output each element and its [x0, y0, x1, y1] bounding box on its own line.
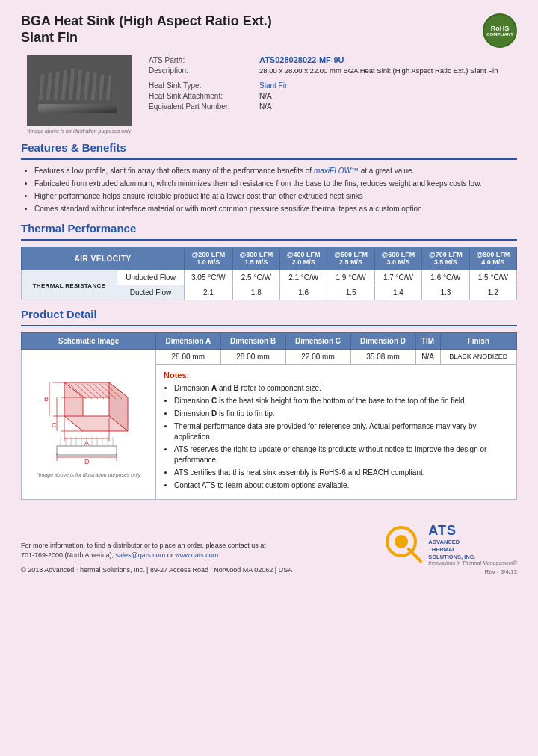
product-image-box: *Image above is for illustration purpose…: [21, 55, 137, 134]
dim-b-value: 28.00 mm: [220, 350, 285, 365]
footer-website[interactable]: www.qats.com: [175, 551, 218, 559]
title-line1: BGA Heat Sink (High Aspect Ratio Ext.): [21, 13, 272, 28]
finish-header: Finish: [440, 333, 516, 350]
attachment-value: N/A: [259, 92, 272, 100]
svg-rect-8: [90, 72, 97, 104]
footer-left: For more information, to find a distribu…: [21, 541, 292, 576]
dim-d-header: Dimension D: [350, 333, 415, 350]
svg-rect-7: [82, 71, 90, 104]
note-1: Dimension A and B refer to component siz…: [174, 383, 509, 394]
col-300: @300 LFM1.5 M/S: [232, 247, 279, 270]
schematic-caption: *Image above is for illustration purpose…: [28, 472, 149, 477]
svg-rect-35: [57, 446, 117, 455]
product-detail-header-row: Schematic Image Dimension A Dimension B …: [22, 333, 517, 350]
svg-rect-11: [38, 100, 117, 104]
unducted-200: 3.05 °C/W: [185, 270, 232, 285]
tim-header: TIM: [415, 333, 440, 350]
equiv-row: Equivalent Part Number: N/A: [149, 102, 517, 111]
note-7: Contact ATS to learn about custom option…: [174, 480, 509, 491]
heat-sink-illustration: [31, 59, 128, 123]
svg-text:B: B: [44, 395, 49, 403]
product-image-caption: *Image above is for illustration purpose…: [27, 128, 131, 134]
ducted-400: 1.6: [280, 285, 327, 300]
schematic-svg: A B C: [31, 371, 146, 468]
equiv-label: Equivalent Part Number:: [149, 102, 253, 111]
svg-text:C: C: [52, 421, 57, 429]
product-detail-data-row: A B C: [22, 350, 517, 365]
type-value: Slant Fin: [259, 81, 288, 90]
ats-q-svg: [385, 525, 424, 564]
thermal-resistance-label: THERMAL RESISTANCE: [22, 270, 117, 300]
feature-item-4: Comes standard without interface materia…: [34, 204, 517, 214]
footer-contact-text: For more information, to find a distribu…: [21, 541, 292, 561]
ducted-700: 1.3: [422, 285, 469, 300]
svg-rect-9: [97, 74, 104, 104]
ats-tagline: Innovations in Thermal Management®: [428, 560, 517, 566]
ducted-800: 1.2: [469, 285, 516, 300]
svg-point-52: [395, 535, 408, 548]
attachment-label: Heat Sink Attachment:: [149, 92, 253, 100]
page-footer: For more information, to find a distribu…: [21, 515, 517, 575]
unducted-800: 1.5 °C/W: [469, 270, 516, 285]
product-detail-section-title: Product Detail: [21, 308, 517, 320]
ducted-300: 1.8: [232, 285, 279, 300]
svg-rect-2: [45, 72, 52, 104]
footer-copyright: © 2013 Advanced Thermal Solutions, Inc. …: [21, 566, 292, 576]
air-velocity-header: AIR VELOCITY: [22, 247, 185, 270]
description-value: 28.00 x 28.00 x 22.00 mm BGA Heat Sink (…: [259, 66, 498, 75]
page-header: BGA Heat Sink (High Aspect Ratio Ext.) S…: [21, 13, 517, 48]
note-4: Thermal performance data are provided fo…: [174, 421, 509, 442]
ats-full-name-2: THERMAL: [428, 546, 517, 554]
type-label: Heat Sink Type:: [149, 81, 253, 90]
dim-c-value: 22.00 mm: [285, 350, 350, 365]
dim-a-value: 28.00 mm: [156, 350, 221, 365]
maxiflow-highlight: maxiFLOW™: [314, 167, 359, 175]
ats-text-block: ATS ADVANCED THERMAL SOLUTIONS, INC. Inn…: [428, 523, 517, 566]
product-image: [27, 55, 132, 126]
ducted-200: 2.1: [185, 285, 232, 300]
unducted-600: 1.7 °C/W: [374, 270, 421, 285]
ats-full-name-1: ADVANCED: [428, 539, 517, 546]
unducted-500: 1.9 °C/W: [327, 270, 374, 285]
notes-list: Dimension A and B refer to component siz…: [174, 383, 509, 491]
svg-rect-4: [60, 69, 67, 104]
part-number-value: ATS028028022-MF-9U: [259, 55, 344, 64]
type-row: Heat Sink Type: Slant Fin: [149, 81, 517, 90]
svg-rect-1: [37, 74, 44, 104]
thermal-divider: [21, 239, 517, 241]
features-divider: [21, 158, 517, 160]
description-label: Description:: [149, 66, 253, 75]
features-list: Features a low profile, slant fin array …: [34, 166, 517, 214]
unducted-label: Unducted Flow: [117, 270, 184, 285]
ats-logo: ATS ADVANCED THERMAL SOLUTIONS, INC. Inn…: [385, 523, 517, 566]
svg-rect-6: [75, 69, 82, 104]
tim-value: N/A: [415, 350, 440, 365]
col-700: @700 LFM3.5 M/S: [422, 247, 469, 270]
page-title: BGA Heat Sink (High Aspect Ratio Ext.) S…: [21, 13, 272, 46]
rohs-text: RoHS: [491, 25, 510, 32]
ducted-600: 1.4: [374, 285, 421, 300]
unducted-700: 1.6 °C/W: [422, 270, 469, 285]
note-3: Dimension D is fin tip to fin tip.: [174, 409, 509, 419]
note-6: ATS certifies that this heat sink assemb…: [174, 468, 509, 478]
svg-rect-5: [67, 68, 75, 104]
product-info-section: *Image above is for illustration purpose…: [21, 55, 517, 134]
dim-d-value: 35.08 mm: [350, 350, 415, 365]
rev-text: Rev - 3/4/13: [484, 568, 517, 575]
schematic-image-cell: A B C: [22, 350, 156, 500]
rohs-compliant: COMPLIANT: [486, 32, 513, 37]
ducted-500: 1.5: [327, 285, 374, 300]
product-notes-cell: Notes: Dimension A and B refer to compon…: [156, 365, 517, 500]
col-400: @400 LFM2.0 M/S: [280, 247, 327, 270]
thermal-performance-table: AIR VELOCITY @200 LFM1.0 M/S @300 LFM1.5…: [21, 247, 517, 300]
feature-item-2: Fabricated from extruded aluminum, which…: [34, 179, 517, 189]
col-800: @800 LFM4.0 M/S: [469, 247, 516, 270]
description-row: Description: 28.00 x 28.00 x 22.00 mm BG…: [149, 66, 517, 75]
col-500: @500 LFM2.5 M/S: [327, 247, 374, 270]
unducted-flow-row: THERMAL RESISTANCE Unducted Flow 3.05 °C…: [22, 270, 517, 285]
svg-text:D: D: [84, 458, 90, 465]
dim-c-header: Dimension C: [285, 333, 350, 350]
dim-b-header: Dimension B: [220, 333, 285, 350]
unducted-400: 2.1 °C/W: [280, 270, 327, 285]
footer-email[interactable]: sales@qats.com: [116, 551, 166, 559]
